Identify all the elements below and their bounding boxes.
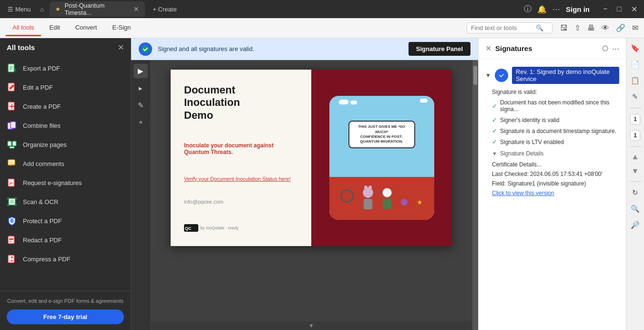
sidebar-item-scan-ocr[interactable]: Scan & OCR — [0, 192, 131, 211]
sidebar-title: All tools — [7, 43, 35, 52]
sidebar-item-label: Combine files — [23, 122, 61, 129]
scroll-up-arrow[interactable]: ▲ — [630, 151, 641, 163]
svg-rect-6 — [12, 141, 16, 146]
tab-esign[interactable]: E-Sign — [105, 20, 137, 36]
scroll-down-icon[interactable]: ▼ — [308, 322, 314, 329]
tab-convert[interactable]: Convert — [69, 20, 104, 36]
select-tool-button[interactable]: ▶ — [133, 64, 148, 78]
sidebar-item-label: Edit a PDF — [23, 84, 53, 91]
home-button[interactable]: ⌂ — [38, 4, 47, 15]
zoom-in-icon[interactable]: 🔍 — [628, 202, 643, 216]
sidebar-item-compress-pdf[interactable]: Compress a PDF — [0, 249, 131, 268]
tools-panel: ▶ ▸ ✎ ⚬ — [131, 60, 150, 330]
sidebar-item-add-comments[interactable]: Add comments — [0, 154, 131, 173]
sidebar-header: All tools ✕ — [0, 38, 131, 57]
sidebar-close-icon[interactable]: ✕ — [118, 43, 124, 52]
sidebar-item-label: Scan & OCR — [23, 198, 58, 206]
sig-valid-text: Signature is valid: — [492, 89, 537, 95]
combine-files-icon — [7, 120, 17, 131]
sidebar-item-combine-files[interactable]: Combine files — [0, 116, 131, 135]
thumbnail-icon[interactable]: 📄 — [628, 57, 643, 72]
tab-title: Post-Quantum Timesta... — [64, 2, 128, 16]
new-tab-button[interactable]: + Create — [148, 4, 181, 15]
request-esignatures-icon — [7, 177, 17, 188]
save-icon[interactable]: 🖫 — [560, 24, 568, 32]
scan-ocr-icon — [7, 196, 17, 207]
bookmark-icon[interactable]: 🔖 — [628, 41, 643, 55]
pdf-content: DocumentInoculationDemo Inoculate your d… — [150, 60, 472, 321]
menu-button[interactable]: ☰ Menu — [4, 4, 35, 15]
sig-view-version-link[interactable]: Click to view this version — [485, 188, 619, 198]
svg-rect-17 — [8, 255, 14, 263]
details-expand-icon: ▼ — [492, 151, 497, 156]
sidebar-item-create-pdf[interactable]: Create a PDF — [0, 97, 131, 116]
sidebar-item-edit-pdf[interactable]: Edit a PDF — [0, 78, 131, 97]
tab-close-icon[interactable]: ✕ — [133, 5, 139, 13]
pdf-verify-link[interactable]: Verify your Document Inoculation Status … — [184, 176, 298, 182]
close-button[interactable]: ✕ — [628, 4, 640, 15]
cartoon-car: ★ — [329, 177, 434, 220]
pdf-scrollbar[interactable] — [472, 60, 478, 330]
sig-cert-details: Certificate Details... — [485, 160, 619, 169]
pdf-right-side: THIS JUST GIVES ME *SO MUCH*CONFIDENCE I… — [311, 70, 452, 246]
sidebar-item-export-pdf[interactable]: Export a PDF — [0, 59, 131, 78]
svg-rect-5 — [8, 141, 11, 146]
enhance-icon[interactable]: 👁 — [602, 24, 609, 32]
signature-rev-header[interactable]: ▼ Rev. 1: Signed by demo inoQulate Servi… — [485, 64, 619, 87]
link-icon[interactable]: 🔗 — [616, 23, 625, 32]
sidebar-item-label: Organize pages — [23, 141, 67, 148]
svg-rect-4 — [10, 122, 16, 128]
page-count: 1 — [630, 130, 640, 141]
share-icon[interactable]: ✉ — [632, 23, 638, 32]
trial-button[interactable]: Free 7-day trial — [7, 309, 124, 324]
browser-bar: ☰ Menu ⌂ ★ Post-Quantum Timesta... ✕ + C… — [0, 0, 644, 18]
edit-right-icon[interactable]: ✎ — [628, 90, 643, 104]
sign-in-label[interactable]: Sign in — [566, 5, 590, 13]
signatures-panel-close-icon[interactable]: ✕ — [485, 44, 491, 53]
minimize-button[interactable]: − — [600, 4, 610, 15]
zoom-reset-icon[interactable]: ↻ — [628, 186, 643, 200]
scroll-down-arrow[interactable]: ▼ — [630, 165, 641, 177]
sig-field-label: Field: Signature1 (invisible signature) — [485, 179, 619, 188]
search-input[interactable] — [471, 24, 533, 31]
maximize-button[interactable]: □ — [614, 4, 624, 15]
create-pdf-icon — [7, 101, 17, 112]
pdf-title: DocumentInoculationDemo — [184, 84, 298, 122]
sidebar-item-organize-pages[interactable]: Organize pages — [0, 135, 131, 154]
zoom-out-icon[interactable]: 🔎 — [628, 218, 643, 232]
sidebar-item-label: Request e-signatures — [23, 179, 82, 186]
window-controls: − □ ✕ — [600, 4, 640, 15]
erase-tool-button[interactable]: ⚬ — [133, 115, 148, 130]
apps-icon[interactable]: ⋯ — [552, 5, 560, 14]
pdf-viewer-inner: ▶ ▸ ✎ ⚬ DocumentInoculationDemo Inoculat… — [131, 60, 478, 330]
sidebar-footer-text: Convert, edit and e-sign PDF forms & agr… — [7, 297, 124, 305]
svg-rect-7 — [10, 146, 14, 148]
search-bar[interactable]: 🔍 — [467, 22, 552, 33]
upload-icon[interactable]: ⇧ — [574, 23, 581, 32]
sidebar-item-protect-pdf[interactable]: Protect a PDF — [0, 211, 131, 230]
sidebar-item-request-esignatures[interactable]: Request e-signatures — [0, 173, 131, 192]
copy-icon[interactable]: ⎔ — [602, 44, 608, 53]
comment-tool-button[interactable]: ▸ — [133, 81, 148, 95]
speech-bubble: THIS JUST GIVES ME *SO MUCH*CONFIDENCE I… — [348, 121, 415, 148]
sidebar-item-redact-pdf[interactable]: Redact a PDF — [0, 230, 131, 249]
highlight-tool-button[interactable]: ✎ — [133, 98, 148, 113]
tab-all-tools[interactable]: All tools — [6, 20, 41, 36]
signatures-panel-title: Signatures — [495, 44, 598, 52]
print-icon[interactable]: 🖶 — [587, 24, 595, 32]
pdf-scroll-thumb[interactable] — [473, 66, 477, 85]
layers-icon[interactable]: 📋 — [628, 73, 643, 88]
sig-details-section-header[interactable]: ▼ Signature Details — [485, 147, 619, 160]
notification-icon[interactable]: 🔔 — [537, 5, 547, 14]
check-icon-1: ✓ — [492, 103, 497, 110]
browser-tab[interactable]: ★ Post-Quantum Timesta... ✕ — [50, 1, 145, 17]
add-comments-icon — [7, 158, 17, 169]
sidebar-item-label: Export a PDF — [23, 65, 60, 72]
tab-edit[interactable]: Edit — [43, 20, 67, 36]
help-icon[interactable]: ⓘ — [524, 4, 532, 14]
pdf-main: DocumentInoculationDemo Inoculate your d… — [150, 60, 472, 330]
more-options-icon[interactable]: ⋯ — [612, 44, 619, 53]
menu-icon: ☰ — [8, 6, 13, 13]
new-tab-label: + Create — [153, 6, 176, 13]
signature-panel-button[interactable]: Signature Panel — [409, 42, 470, 56]
